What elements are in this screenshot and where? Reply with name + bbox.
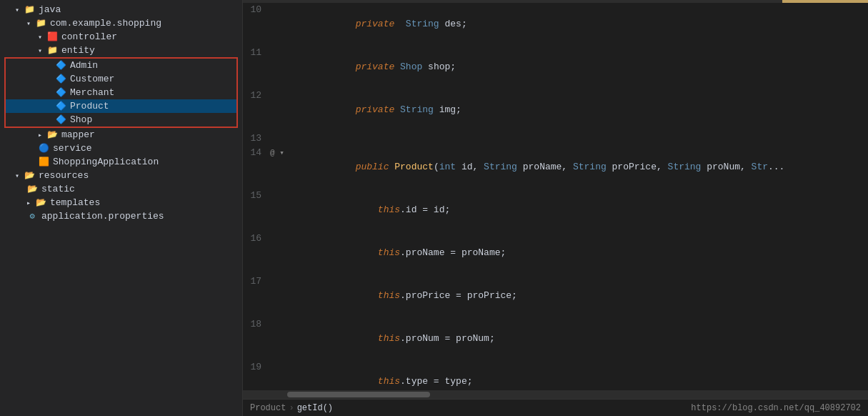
code-14: public Product(int id, String proName, S… — [286, 146, 868, 189]
bottom-scrollbar[interactable] — [243, 390, 868, 399]
line-num-10: 10 — [243, 3, 269, 17]
code-line-14: 14 @ ▾ public Product(int id, String pro… — [243, 146, 868, 189]
service-icon: 🔵 — [37, 143, 50, 154]
arrow-entity: ▾ — [34, 46, 46, 55]
sidebar-label-merchant: Merchant — [70, 87, 114, 98]
folder-com-icon: 📁 — [34, 18, 47, 29]
class-customer-icon: 🔷 — [54, 74, 67, 84]
code-11: private Shop shop; — [286, 46, 868, 89]
sidebar-item-java[interactable]: ▾ 📁 java — [0, 3, 242, 16]
arrow-mapper: ▸ — [34, 131, 46, 139]
code-line-15: 15 this.id = id; — [243, 189, 868, 232]
controller-icon: 🟥 — [46, 31, 59, 42]
sidebar-item-app-properties[interactable]: ⚙ application.properties — [0, 209, 242, 223]
code-area[interactable]: 10 private String des; 11 private Shop s… — [243, 3, 868, 390]
code-18: this.proNum = proNum; — [286, 317, 868, 360]
line-num-14: 14 — [243, 146, 269, 160]
folder-java-icon: 📁 — [23, 4, 36, 15]
sidebar-label-props: application.properties — [41, 211, 164, 222]
code-line-18: 18 this.proNum = proNum; — [243, 317, 868, 360]
sidebar-item-admin[interactable]: 🔷 Admin — [6, 59, 236, 72]
bottom-scroll-thumb — [287, 392, 430, 397]
sidebar-label-static: static — [41, 184, 75, 194]
code-17: this.proPrice = proPrice; — [286, 274, 868, 317]
sidebar: ▾ 📁 java ▾ 📁 com.example.shopping ▾ 🟥 co… — [0, 0, 243, 416]
sidebar-label-java: java — [39, 4, 61, 15]
sidebar-item-entity[interactable]: ▾ 📁 entity — [0, 44, 242, 57]
code-panel: 10 private String des; 11 private Shop s… — [243, 0, 868, 416]
sidebar-item-resources[interactable]: ▾ 📂 resources — [0, 169, 242, 182]
folder-resources-icon: 📂 — [23, 170, 36, 181]
arrow-templates: ▸ — [23, 199, 34, 207]
class-merchant-icon: 🔷 — [54, 87, 67, 98]
line-num-15: 15 — [243, 189, 269, 203]
line-num-11: 11 — [243, 46, 269, 60]
sidebar-label-shop: Shop — [70, 114, 92, 125]
props-icon: ⚙ — [26, 211, 39, 222]
code-line-11: 11 private Shop shop; — [243, 46, 868, 89]
code-16: this.proName = proName; — [286, 232, 868, 274]
code-line-12: 12 private String img; — [243, 89, 868, 132]
line-num-17: 17 — [243, 274, 269, 289]
arrow-java: ▾ — [11, 6, 23, 14]
sidebar-item-shop[interactable]: 🔷 Shop — [6, 113, 236, 127]
code-line-17: 17 this.proPrice = proPrice; — [243, 274, 868, 317]
sidebar-label-mapper: mapper — [61, 129, 95, 140]
sidebar-item-product[interactable]: 🔷 Product — [6, 99, 236, 113]
bottom-bar: Product › getId() https://blog.csdn.net/… — [243, 399, 868, 416]
sidebar-label-templates: templates — [50, 197, 100, 208]
breadcrumb-getid[interactable]: getId() — [297, 403, 333, 413]
line-num-18: 18 — [243, 317, 269, 332]
url-label: https://blog.csdn.net/qq_40892702 — [691, 403, 861, 413]
code-19: this.type = type; — [286, 360, 868, 390]
code-line-10: 10 private String des; — [243, 3, 868, 46]
breadcrumb-product[interactable]: Product — [250, 403, 286, 413]
code-10: private String des; — [286, 3, 868, 46]
folder-mapper-icon: 📂 — [46, 129, 59, 140]
sidebar-label-customer: Customer — [70, 74, 114, 84]
arrow-com: ▾ — [23, 19, 34, 28]
entity-group: 🔷 Admin 🔷 Customer 🔷 Merchant — [4, 57, 238, 128]
line-num-16: 16 — [243, 232, 269, 246]
folder-entity-icon: 📁 — [46, 45, 59, 56]
sidebar-label-admin: Admin — [70, 60, 98, 71]
code-15: this.id = id; — [286, 189, 868, 232]
line-num-13: 13 — [243, 132, 269, 146]
folder-templates-icon: 📂 — [34, 197, 47, 208]
sidebar-label-controller: controller — [61, 31, 117, 42]
line-num-12: 12 — [243, 89, 269, 103]
class-admin-icon: 🔷 — [54, 60, 67, 71]
sidebar-item-controller[interactable]: ▾ 🟥 controller — [0, 30, 242, 44]
code-line-16: 16 this.proName = proName; — [243, 232, 868, 274]
arrow-resources: ▾ — [11, 172, 23, 180]
sidebar-label-shoppingapp: ShoppingApplication — [53, 157, 159, 167]
sidebar-item-mapper[interactable]: ▸ 📂 mapper — [0, 128, 242, 142]
sidebar-label-entity: entity — [61, 45, 95, 56]
gutter-14: @ ▾ — [269, 146, 286, 160]
app-icon: 🟧 — [37, 157, 50, 167]
sidebar-item-merchant[interactable]: 🔷 Merchant — [6, 86, 236, 99]
arrow-controller: ▾ — [34, 33, 46, 41]
breadcrumb-sep: › — [289, 403, 294, 413]
code-12: private String img; — [286, 89, 868, 132]
sidebar-item-customer[interactable]: 🔷 Customer — [6, 72, 236, 86]
sidebar-item-service[interactable]: 🔵 service — [0, 142, 242, 155]
line-num-19: 19 — [243, 360, 269, 375]
class-shop-icon: 🔷 — [54, 114, 67, 125]
sidebar-item-shoppingapp[interactable]: 🟧 ShoppingApplication — [0, 155, 242, 169]
sidebar-item-static[interactable]: 📂 static — [0, 182, 242, 196]
class-product-icon: 🔷 — [54, 101, 67, 112]
sidebar-label-product: Product — [70, 101, 109, 112]
code-line-13: 13 — [243, 132, 868, 146]
folder-static-icon: 📂 — [26, 184, 39, 194]
code-line-19: 19 this.type = type; — [243, 360, 868, 390]
sidebar-label-com: com.example.shopping — [50, 18, 161, 29]
sidebar-item-com-example-shopping[interactable]: ▾ 📁 com.example.shopping — [0, 16, 242, 30]
sidebar-item-templates[interactable]: ▸ 📂 templates — [0, 196, 242, 209]
sidebar-label-service: service — [53, 143, 92, 154]
sidebar-label-resources: resources — [39, 170, 89, 181]
